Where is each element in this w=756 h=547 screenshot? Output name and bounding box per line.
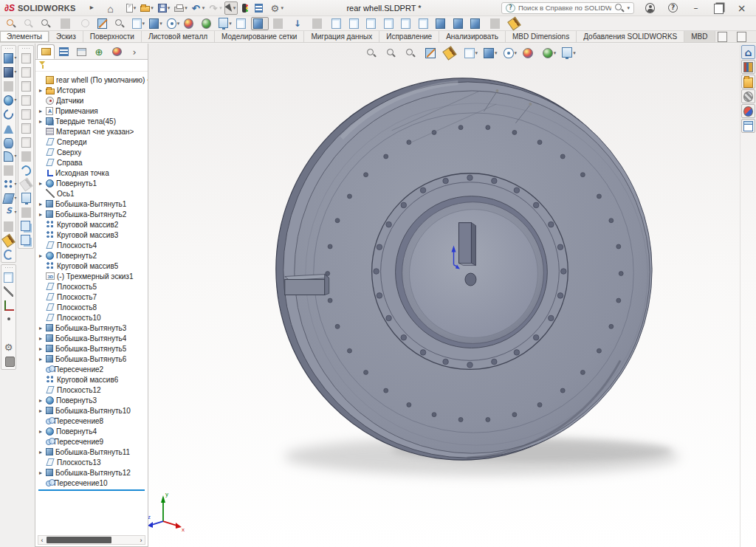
close-button[interactable] (735, 1, 749, 15)
expand-arrow-icon[interactable]: ▸ (38, 428, 44, 435)
boundary-boss-button[interactable]: ▾ (1, 135, 16, 149)
perspective-button[interactable]: ▾ (234, 17, 252, 30)
tab-solidworks-addins[interactable]: Добавления SOLIDWORKS (577, 31, 684, 42)
configurationmanager-tab[interactable] (72, 44, 90, 59)
display-style-button[interactable]: ▾ (481, 46, 500, 60)
orientation-cube-button[interactable] (18, 79, 33, 93)
new-document-button[interactable]: ▾ (123, 1, 139, 15)
orientation-cube-button[interactable] (18, 121, 33, 135)
tree-item[interactable]: ▸ Плоскость7 (38, 292, 148, 302)
tree-item[interactable]: ▸ Круговой массив2 (38, 219, 148, 230)
tree-item[interactable]: ▸ Повернуть3 (38, 395, 148, 405)
tree-item[interactable]: ▸ Бобышка-Вытянуть5 (38, 343, 148, 354)
view-front-button[interactable]: ▾ (329, 17, 347, 30)
tab-surfaces[interactable]: Поверхности (83, 31, 142, 42)
section-view-button[interactable]: ▾ (95, 17, 113, 30)
tree-item[interactable]: ▸ Исходная точка (38, 168, 148, 178)
swept-boss-button[interactable]: ▾ (1, 107, 16, 121)
tree-item[interactable]: ▸ Бобышка-Вытянуть6 (38, 354, 148, 364)
tree-item[interactable]: ▸ Бобышка-Вытянуть12 (38, 467, 148, 478)
magnified-selection-button[interactable]: ▾ (112, 17, 130, 30)
forum-tab-button[interactable] (741, 119, 755, 133)
dynamic-annotation-button[interactable]: ▾ (442, 46, 461, 60)
tree-item[interactable]: ▸ Плоскость10 (38, 312, 148, 323)
expand-arrow-icon[interactable]: ▸ (38, 252, 44, 259)
tree-horizontal-scrollbar[interactable]: ‹ › (38, 535, 145, 545)
sketch-tool-button[interactable]: ▾ (1, 233, 16, 247)
edit-appearance-button[interactable]: ▾ (182, 17, 199, 30)
tree-item[interactable]: ▸ (-) Трехмерный эскиз1 (38, 271, 148, 281)
apply-scene-button[interactable]: ▾ (540, 46, 559, 60)
expand-arrow-icon[interactable]: ▸ (38, 87, 44, 94)
expand-arrow-icon[interactable]: ▸ (38, 469, 44, 476)
scroll-right-arrow-icon[interactable]: › (137, 537, 145, 544)
account-button[interactable] (643, 1, 657, 15)
restore-button[interactable] (712, 1, 726, 15)
zoom-area-button[interactable]: ▾ (21, 17, 39, 30)
reference-plane-button[interactable]: ▾ (1, 270, 16, 284)
separator[interactable] (18, 205, 33, 219)
doc-minimize-button[interactable] (754, 32, 756, 42)
tree-item[interactable]: ▸ Плоскость4 (38, 240, 148, 250)
expand-arrow-icon[interactable]: ▸ (38, 356, 44, 362)
tree-item[interactable]: ▸ Повернуть1 (38, 178, 148, 188)
tree-item[interactable]: ▸ Повернуть4 (38, 426, 148, 436)
expand-arrow-icon[interactable]: ▸ (38, 449, 44, 455)
view-isometric-button[interactable]: ▾ (433, 17, 451, 30)
tree-item[interactable]: ▸ Материал <не указан> (38, 126, 148, 137)
separator[interactable]: ▾ (1, 163, 16, 177)
orientation-cube-button[interactable] (18, 51, 33, 65)
separator[interactable]: ▾ (56, 17, 78, 30)
orientation-cube-button[interactable] (18, 93, 33, 107)
separator[interactable]: ▾ (1, 79, 16, 93)
tab-repair[interactable]: Исправление (379, 31, 439, 42)
zoom-area-button[interactable]: ▾ (384, 46, 402, 60)
tree-item[interactable]: ▸ Круговой массив5 (38, 261, 148, 271)
orientation-cube-button[interactable] (18, 135, 33, 149)
tree-item[interactable]: ▸ Твердые тела(45) (38, 116, 148, 126)
draft-button[interactable]: ▾ (1, 191, 16, 205)
featuremanager-tab[interactable] (37, 44, 55, 59)
view-trimetric-button[interactable]: ▾ (468, 17, 486, 30)
graphics-viewport[interactable]: y x z ▾ ▾ ▾ (148, 44, 756, 547)
curve-button[interactable]: ▾ (1, 205, 16, 219)
view-bottom-button[interactable]: ▾ (416, 17, 434, 30)
sketch-settings-button[interactable] (18, 177, 33, 191)
tree-item[interactable]: ▸ Датчики (38, 95, 148, 106)
tree-item[interactable]: ▸ Плоскость12 (38, 385, 148, 395)
instant3d-button[interactable]: ▾ (1, 354, 16, 368)
tree-item[interactable]: ▸ Бобышка-Вытянуть2 (38, 209, 148, 219)
search-input[interactable]: Поиск в Справке по SOLIDWORKS (518, 4, 611, 12)
lofted-boss-button[interactable]: ▾ (1, 121, 16, 135)
help-button[interactable] (666, 1, 680, 15)
revolve-button[interactable]: ▾ (1, 93, 16, 107)
scroll-left-arrow-icon[interactable]: ‹ (38, 537, 46, 544)
cut-extrude-button[interactable]: ▾ (1, 65, 16, 79)
tab-mbd[interactable]: MBD (684, 31, 715, 42)
tree-item[interactable]: ▸ Плоскость8 (38, 302, 148, 312)
normal-to-button[interactable]: ▾ (290, 17, 308, 30)
panel-overflow-tab[interactable] (126, 44, 143, 59)
zoom-fit-button[interactable]: ▾ (4, 17, 21, 30)
tile-windows-button[interactable] (18, 233, 33, 247)
tree-item[interactable]: ▸ Пересечение2 (38, 364, 148, 374)
tree-item[interactable]: ▸ Пересечение8 (38, 416, 148, 426)
orientation-cube-button[interactable] (18, 107, 33, 121)
shaded-with-edges-button[interactable]: ▾ (251, 17, 269, 30)
tab-sketch[interactable]: Эскиз (49, 31, 83, 42)
design-library-tab-button[interactable] (741, 60, 755, 74)
toolbar-expand-arrow[interactable]: ▾ (88, 1, 106, 15)
tree-item[interactable]: ▸ Ось1 (38, 188, 148, 199)
hide-show-items-button[interactable]: ▾ (165, 17, 182, 30)
appearances-tab-button[interactable] (741, 89, 755, 103)
commandmanager-pin-button[interactable] (715, 32, 729, 42)
separator[interactable] (18, 149, 33, 163)
view-orientation-button[interactable]: ▾ (462, 46, 481, 60)
minimize-button[interactable] (689, 1, 703, 15)
mate-reference-button[interactable]: ▾ (1, 340, 16, 354)
custom-properties-tab-button[interactable] (741, 104, 755, 118)
rotate-view-button[interactable] (18, 163, 33, 177)
view-top-button[interactable]: ▾ (399, 17, 416, 30)
expand-arrow-icon[interactable]: ▸ (38, 180, 44, 187)
expand-arrow-icon[interactable]: ▸ (38, 397, 44, 404)
